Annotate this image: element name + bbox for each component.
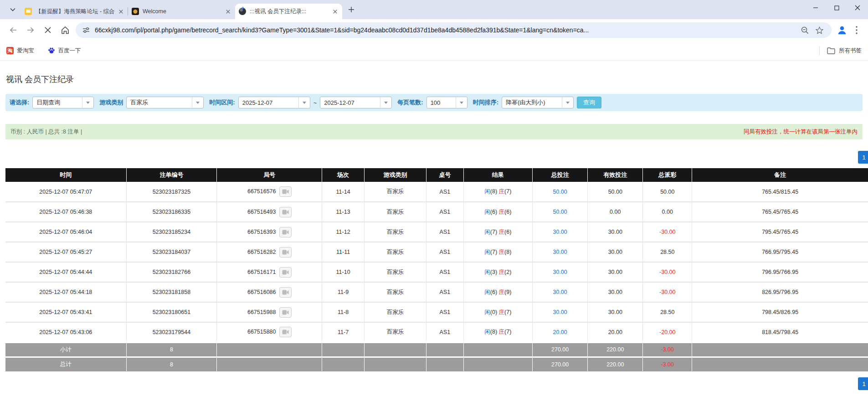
sum-payout: -3.00 bbox=[643, 357, 692, 371]
cell-round-number: 667516171 bbox=[217, 262, 322, 282]
round-number: 667516282 bbox=[247, 248, 276, 255]
total-bet-link[interactable]: 50.00 bbox=[553, 189, 567, 195]
video-replay-button[interactable] bbox=[279, 307, 292, 318]
cell-payout: 28.50 bbox=[643, 242, 692, 262]
column-header: 局号 bbox=[217, 168, 322, 182]
forward-button[interactable] bbox=[22, 21, 39, 39]
chevron-down-icon bbox=[456, 97, 467, 108]
total-bet-link[interactable]: 30.00 bbox=[553, 289, 567, 295]
sum-empty-cell bbox=[322, 357, 365, 371]
cell-round-number: 667516576 bbox=[217, 182, 322, 202]
cell-round-number: 667516393 bbox=[217, 222, 322, 242]
tab-title: 【新提醒】海燕策略论坛 - 综合 bbox=[36, 8, 114, 15]
player-result-label: 闲 bbox=[484, 249, 490, 255]
cell-total-bet: 50.00 bbox=[533, 202, 588, 222]
sum-empty-cell bbox=[364, 357, 426, 371]
per-page-select[interactable]: 100 bbox=[426, 97, 467, 108]
new-tab-button[interactable] bbox=[345, 3, 358, 16]
cell-time: 2025-12-07 05:46:04 bbox=[5, 222, 126, 242]
player-points: (6) bbox=[490, 289, 499, 295]
cell-total-bet: 30.00 bbox=[533, 302, 588, 322]
player-points: (8) bbox=[490, 188, 499, 195]
cell-result: 闲(3) 庄(2) bbox=[463, 262, 532, 282]
bookmark-label: 百度一下 bbox=[58, 47, 81, 55]
cell-round-number: 667516282 bbox=[217, 242, 322, 262]
home-button[interactable] bbox=[56, 21, 74, 39]
table-body: 2025-12-07 05:47:07523023187325667516576… bbox=[5, 182, 868, 371]
cell-time: 2025-12-07 05:44:18 bbox=[5, 282, 126, 302]
cell-table-number: AS1 bbox=[426, 262, 463, 282]
sum-empty-cell bbox=[426, 342, 463, 357]
game-type-select[interactable]: 百家乐 bbox=[126, 97, 204, 108]
browser-tab[interactable]: Welcome bbox=[128, 4, 235, 19]
browser-tab[interactable]: :::视讯 会员下注纪录::: bbox=[235, 4, 342, 19]
bookmark-item[interactable]: 百度一下 bbox=[48, 47, 81, 55]
video-replay-button[interactable] bbox=[279, 207, 292, 217]
banker-points: (9) bbox=[504, 289, 511, 295]
back-button[interactable] bbox=[5, 21, 22, 39]
cell-remark: 795.45/765.45 bbox=[692, 222, 868, 242]
video-replay-button[interactable] bbox=[279, 227, 292, 237]
sort-order-select[interactable]: 降幂(由大到小) bbox=[502, 97, 574, 108]
date-to-select[interactable]: 2025-12-07 bbox=[320, 97, 392, 108]
bookmark-star-icon[interactable] bbox=[813, 24, 825, 36]
total-bet-link[interactable]: 30.00 bbox=[553, 249, 567, 255]
cell-remark: 818.45/798.45 bbox=[692, 322, 868, 342]
cell-valid-bet: 0.00 bbox=[588, 202, 643, 222]
column-header: 游戏类别 bbox=[364, 168, 426, 182]
round-number: 667516171 bbox=[247, 268, 276, 275]
video-replay-button[interactable] bbox=[279, 267, 292, 278]
cell-time: 2025-12-07 05:47:07 bbox=[5, 182, 126, 202]
browser-tab[interactable]: 【新提醒】海燕策略论坛 - 综合 bbox=[21, 4, 128, 19]
search-button[interactable]: 查询 bbox=[577, 97, 601, 108]
player-result-label: 闲 bbox=[484, 188, 490, 195]
total-row: 总计8270.00220.00-3.00 bbox=[5, 357, 868, 371]
cell-remark: 765.45/815.45 bbox=[692, 182, 868, 202]
page-number-button[interactable]: 1 bbox=[858, 151, 868, 164]
banker-points: (6) bbox=[504, 209, 511, 215]
cell-table-number: AS1 bbox=[426, 302, 463, 322]
site-info-icon[interactable] bbox=[82, 26, 90, 34]
video-replay-button[interactable] bbox=[279, 247, 292, 257]
date-from-select[interactable]: 2025-12-07 bbox=[238, 97, 310, 108]
player-result-label: 闲 bbox=[484, 229, 490, 235]
maximize-button[interactable] bbox=[826, 0, 847, 15]
video-replay-button[interactable] bbox=[279, 287, 292, 298]
chevron-down-icon bbox=[192, 97, 203, 108]
total-bet-link[interactable]: 50.00 bbox=[553, 209, 567, 215]
table-row: 2025-12-07 05:44:44523023182766667516171… bbox=[5, 262, 868, 282]
profile-avatar[interactable] bbox=[835, 23, 849, 37]
total-bet-link[interactable]: 30.00 bbox=[553, 229, 567, 235]
close-window-button[interactable] bbox=[847, 0, 868, 15]
tab-close-icon[interactable] bbox=[224, 8, 231, 15]
total-bet-link[interactable]: 30.00 bbox=[553, 309, 567, 315]
query-type-select[interactable]: 日期查询 bbox=[32, 97, 94, 108]
chevron-down-icon[interactable] bbox=[6, 3, 19, 16]
minimize-button[interactable] bbox=[805, 0, 826, 15]
cell-table-number: AS1 bbox=[426, 282, 463, 302]
cell-session: 11-11 bbox=[322, 242, 365, 262]
total-bet-link[interactable]: 20.00 bbox=[553, 329, 567, 335]
total-bet-link[interactable]: 30.00 bbox=[553, 269, 567, 275]
cell-time: 2025-12-07 05:46:38 bbox=[5, 202, 126, 222]
stop-loading-button[interactable] bbox=[39, 21, 56, 39]
cell-payout: -30.00 bbox=[643, 262, 692, 282]
bookmark-item[interactable]: 淘爱淘宝 bbox=[6, 47, 34, 55]
cell-valid-bet: 30.00 bbox=[588, 222, 643, 242]
sum-empty-cell bbox=[463, 357, 532, 371]
tab-close-icon[interactable] bbox=[331, 8, 339, 15]
zoom-out-icon[interactable] bbox=[799, 24, 811, 36]
video-replay-button[interactable] bbox=[279, 186, 292, 197]
table-row: 2025-12-07 05:47:07523023187325667516576… bbox=[5, 182, 868, 202]
address-bar[interactable]: 66cxkj98.com/ipl/portal.php/game/betreco… bbox=[76, 22, 832, 38]
cell-bet-id: 523023182766 bbox=[126, 262, 217, 282]
page-number-button[interactable]: 1 bbox=[858, 377, 868, 390]
pagination-bottom: 1 bbox=[0, 377, 868, 390]
column-header: 场次 bbox=[322, 168, 365, 182]
video-replay-button[interactable] bbox=[279, 327, 292, 337]
note-text: 同局有效投注，统一计算在该局第一张注单内 bbox=[744, 128, 858, 136]
cell-bet-id: 523023184037 bbox=[126, 242, 217, 262]
all-bookmarks-button[interactable]: 所有书签 bbox=[827, 47, 862, 55]
menu-kebab-icon[interactable] bbox=[850, 23, 863, 37]
tab-close-icon[interactable] bbox=[117, 8, 124, 15]
